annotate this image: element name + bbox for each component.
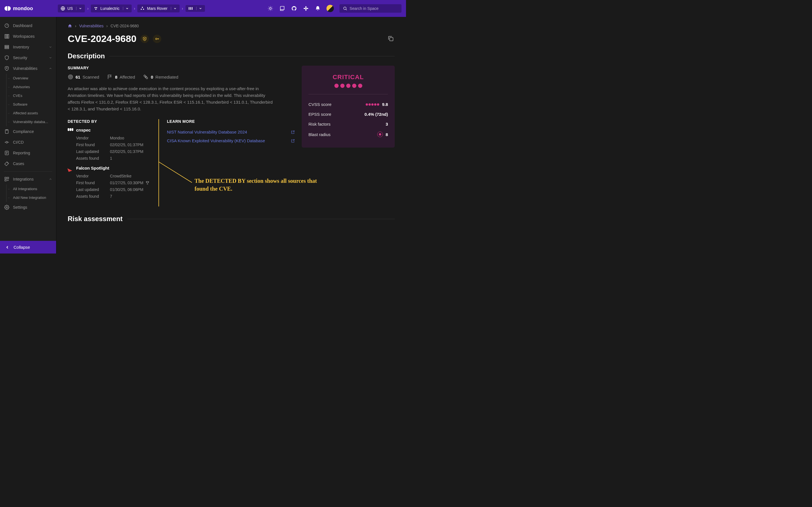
svg-point-23 — [6, 68, 7, 68]
sidebar-sub-all-integrations[interactable]: All Integrations — [8, 184, 56, 193]
stat-remediated: 0Remediated — [143, 74, 178, 80]
detector-falcon: ◣Falcon Spotlight VendorCrowdStrike Firs… — [68, 166, 158, 200]
svg-rect-14 — [306, 8, 308, 9]
svg-point-4 — [142, 7, 143, 8]
svg-rect-11 — [305, 6, 306, 8]
search-box[interactable] — [340, 4, 402, 13]
trophy-icon — [146, 181, 149, 185]
sidebar-item-cases[interactable]: Cases — [0, 158, 56, 169]
svg-point-30 — [155, 38, 157, 40]
svg-point-2 — [96, 7, 97, 8]
sidebar: Dashboard Workspaces Inventory Security … — [0, 17, 56, 253]
risk-blast: Blast radius8 — [308, 129, 388, 140]
risk-cvss: CVSS score9.8 — [308, 100, 388, 109]
github-icon[interactable] — [291, 5, 297, 11]
chevron-up-icon — [49, 177, 52, 181]
svg-rect-26 — [5, 177, 6, 179]
breadcrumb-link[interactable]: Vulnerabilities — [79, 24, 104, 28]
chevron-down-icon — [76, 7, 82, 10]
sidebar-sub-vuln-db[interactable]: Vulnerability databa... — [8, 117, 56, 126]
sidebar-item-settings[interactable]: Settings — [0, 202, 56, 213]
sidebar-item-security[interactable]: Security — [0, 52, 56, 63]
sidebar-item-integrations[interactable]: Integrations — [0, 174, 56, 184]
page-title: CVE-2024-9680 — [68, 33, 137, 44]
workspace-selector[interactable] — [186, 5, 205, 12]
falcon-logo-icon: ◣ — [67, 165, 74, 171]
svg-point-34 — [70, 76, 71, 77]
main-content: › Vulnerabilities › CVE-2024-9680 CVE-20… — [56, 17, 406, 253]
svg-point-5 — [141, 9, 142, 10]
svg-point-3 — [95, 9, 96, 10]
external-link-icon — [291, 139, 295, 143]
external-link-icon — [291, 130, 295, 134]
learn-more-label: LEARN MORE — [167, 119, 295, 124]
risk-card: CRITICAL CVSS score9.8 EPSS score0.4% (7… — [302, 66, 395, 148]
svg-rect-17 — [5, 34, 6, 38]
sidebar-sub-add-integration[interactable]: Add New Integration — [8, 193, 56, 202]
collapse-button[interactable]: Collapse — [0, 241, 56, 253]
svg-rect-31 — [390, 38, 393, 41]
space-selector[interactable]: Mars Rover — [137, 4, 179, 12]
svg-rect-21 — [5, 47, 9, 48]
flag-icon — [107, 74, 113, 80]
blast-radius-icon — [377, 131, 383, 137]
sidebar-item-reporting[interactable]: Reporting — [0, 148, 56, 158]
svg-rect-13 — [304, 8, 306, 9]
copy-icon[interactable] — [388, 35, 395, 43]
chevron-up-icon — [49, 67, 52, 70]
sidebar-sub-overview[interactable]: Overview — [8, 74, 56, 82]
summary-text: An attacker was able to achieve code exe… — [68, 86, 276, 112]
sidebar-sub-software[interactable]: Software — [8, 100, 56, 109]
sidebar-item-workspaces[interactable]: Workspaces — [0, 31, 56, 42]
svg-point-6 — [143, 9, 144, 10]
svg-point-10 — [269, 8, 271, 10]
svg-rect-19 — [8, 34, 9, 38]
region-selector[interactable]: US — [58, 4, 85, 12]
search-input[interactable] — [350, 6, 398, 11]
svg-rect-20 — [5, 45, 9, 46]
bell-icon[interactable] — [315, 5, 321, 11]
sidebar-item-inventory[interactable]: Inventory — [0, 42, 56, 52]
topbar: mondoo US › Lunalectric › Mars Rover › — [0, 0, 406, 17]
svg-rect-7 — [189, 7, 190, 10]
sidebar-item-cicd[interactable]: CI/CD — [0, 137, 56, 148]
learn-link-cisa[interactable]: CISA Known Exploited Vulnerability (KEV)… — [167, 136, 295, 145]
theme-icon[interactable] — [267, 5, 273, 11]
stat-scanned: 61Scanned — [68, 74, 99, 80]
org-selector[interactable]: Lunalectric — [91, 4, 132, 12]
svg-rect-18 — [6, 34, 8, 38]
sidebar-sub-affected-assets[interactable]: Affected assets — [8, 109, 56, 117]
sidebar-item-vulnerabilities[interactable]: Vulnerabilities — [0, 63, 56, 74]
risk-level: CRITICAL — [308, 73, 388, 81]
svg-rect-8 — [190, 7, 191, 10]
svg-point-1 — [94, 7, 96, 8]
chevron-down-icon — [49, 45, 52, 49]
brand-logo[interactable]: mondoo — [4, 6, 33, 11]
slack-icon[interactable] — [303, 5, 309, 11]
svg-rect-27 — [7, 177, 9, 179]
breadcrumb-current: CVE-2024-9680 — [110, 24, 139, 28]
chevron-down-icon — [171, 7, 177, 10]
risk-epss: EPSS score0.4% (72nd) — [308, 109, 388, 119]
cnspec-logo-icon — [68, 128, 73, 132]
docs-icon[interactable] — [279, 5, 285, 11]
user-avatar[interactable] — [326, 5, 334, 12]
learn-link-nist[interactable]: NIST National Vulnerability Database 202… — [167, 128, 295, 136]
annotation-line — [158, 119, 159, 207]
sidebar-sub-advisories[interactable]: Advisories — [8, 82, 56, 91]
svg-rect-9 — [192, 7, 193, 10]
sidebar-item-dashboard[interactable]: Dashboard — [0, 20, 56, 31]
severity-dots — [308, 83, 388, 88]
chevron-down-icon — [123, 7, 129, 10]
svg-rect-12 — [305, 9, 306, 11]
detector-cnspec: cnspec VendorMondoo First found02/02/25,… — [68, 128, 158, 162]
search-icon — [343, 6, 347, 11]
home-icon[interactable] — [68, 24, 72, 28]
sidebar-sub-cves[interactable]: CVEs — [8, 91, 56, 100]
brand-name: mondoo — [13, 6, 33, 11]
risk-assessment-heading: Risk assessment — [68, 215, 123, 223]
summary-label: SUMMARY — [68, 66, 295, 70]
stat-affected: 8Affected — [107, 74, 135, 80]
key-badge-icon — [153, 35, 161, 43]
sidebar-item-compliance[interactable]: Compliance — [0, 126, 56, 137]
